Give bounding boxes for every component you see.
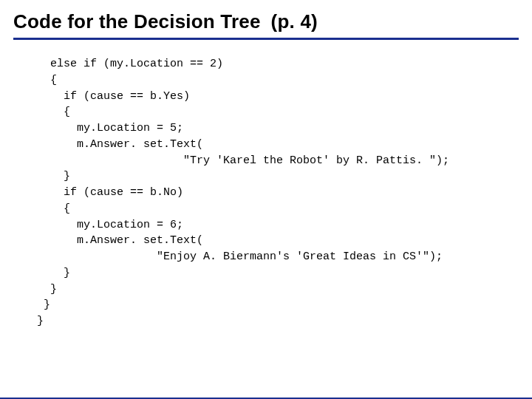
- code-block: else if (my.Location == 2) { if (cause =…: [37, 56, 519, 330]
- title-main: Code for the Decision Tree: [13, 10, 261, 33]
- title-wrap: Code for the Decision Tree(p. 4): [13, 10, 519, 40]
- slide-title: Code for the Decision Tree(p. 4): [13, 10, 519, 33]
- title-secondary: (p. 4): [271, 10, 318, 33]
- slide: Code for the Decision Tree(p. 4) else if…: [0, 0, 532, 399]
